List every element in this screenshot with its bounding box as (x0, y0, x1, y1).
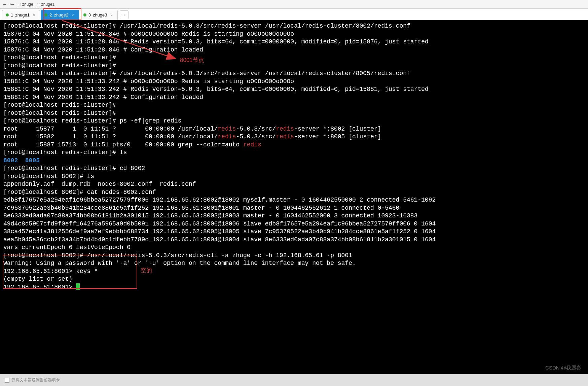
terminal-line: 15876:C 04 Nov 2020 11:51:28.846 # Redis… (3, 38, 585, 46)
tab-zhuge1[interactable]: 1zhuge1× (2, 10, 40, 20)
tab-number: 1 (11, 12, 13, 17)
terminal-line: [root@localhost 8002]# ls (3, 173, 585, 181)
bookmark-icon: ▢ (17, 2, 21, 7)
bookmark-2[interactable]: ▢ zhuge1 (37, 2, 54, 7)
tab-zhuge3[interactable]: 3zhuge3× (80, 10, 118, 20)
terminal-line: 7c95370522ae3b40b941b284cce8861e5af1f252… (3, 204, 585, 212)
terminal-line: root 15887 15713 0 11:51 pts/0 00:00:00 … (3, 141, 585, 149)
terminal-line: [root@localhost redis-cluster]# (3, 101, 585, 109)
toolbar: ↩ ↪ ▢ zhuge ▢ zhuge1 (0, 0, 588, 9)
send-all-checkbox[interactable] (5, 378, 9, 383)
back-icon[interactable]: ↩ (3, 2, 7, 7)
tab-number: 2 (49, 12, 52, 17)
add-tab-button[interactable]: + (120, 10, 128, 19)
terminal-line: [root@localhost redis-cluster]# ls (3, 149, 585, 157)
terminal-line: [root@localhost redis-cluster]# /usr/loc… (3, 70, 585, 78)
terminal-line: [root@localhost redis-cluster]# /usr/loc… (3, 22, 585, 30)
terminal-line: 15881:C 04 Nov 2020 11:51:33.242 # Redis… (3, 85, 585, 94)
terminal-line: root 15877 1 0 11:51 ? 00:00:00 /usr/loc… (3, 125, 585, 133)
bookmark-1[interactable]: ▢ zhuge (17, 2, 33, 7)
terminal-line: Warning: Using a password with '-a' or '… (3, 259, 585, 268)
terminal-line: appendonly.aof dump.rdb nodes-8002.conf … (3, 180, 585, 188)
terminal-line: root 15882 1 0 11:51 ? 00:00:00 /usr/loc… (3, 133, 585, 141)
cursor (76, 283, 80, 290)
tab-bar: 1zhuge1×2zhuge2×3zhuge3×+ (0, 9, 588, 20)
terminal-line: 192.168.65.61:8001> keys * (3, 268, 585, 276)
terminal-line: aea5b045a36ccb2f3a34b7bd4b49b1dfebb7789c… (3, 236, 585, 244)
bookmark-label: zhuge (22, 2, 33, 7)
status-bar: 仅将文本发送到当前选项卡 (0, 374, 588, 386)
tab-zhuge2[interactable]: 2zhuge2× (41, 10, 79, 20)
terminal-line: [root@localhost redis-cluster]# (3, 54, 585, 62)
terminal-line: 15876:C 04 Nov 2020 11:51:28.846 # oO0Oo… (3, 30, 585, 38)
status-dot-icon (83, 13, 86, 16)
tab-number: 3 (88, 12, 91, 17)
terminal-line: 38ca457ec41a3812556def9aa7ef9ebbbb688734… (3, 228, 585, 236)
tab-label: zhuge3 (93, 12, 107, 17)
close-icon[interactable]: × (72, 13, 74, 17)
terminal-line: [root@localhost redis-cluster]# cd 8002 (3, 165, 585, 173)
forward-icon[interactable]: ↪ (10, 2, 14, 7)
terminal-line: [root@localhost redis-cluster]# ps -ef|g… (3, 117, 585, 125)
close-icon[interactable]: × (111, 13, 113, 17)
terminal-line: 49d4c8d5907cfd9f0eff164276a5965a9d0b5091… (3, 220, 585, 228)
status-dot-icon (6, 13, 9, 16)
terminal-line: 15881:C 04 Nov 2020 11:51:33.242 # Confi… (3, 94, 585, 102)
terminal-line: vars currentEpoch 6 lastVoteEpoch 0 (3, 244, 585, 252)
terminal[interactable]: [root@localhost redis-cluster]# /usr/loc… (0, 20, 588, 374)
terminal-line: [root@localhost redis-cluster]# (3, 109, 585, 117)
terminal-line: 15876:C 04 Nov 2020 11:51:28.846 # Confi… (3, 46, 585, 54)
terminal-line: 192.168.65.61:8001> (3, 283, 585, 291)
status-bar-label: 仅将文本发送到当前选项卡 (11, 377, 60, 383)
tab-label: zhuge1 (15, 12, 30, 17)
terminal-line: 8002 8005 (3, 157, 585, 165)
bookmark-icon: ▢ (37, 2, 40, 7)
terminal-line: 15881:C 04 Nov 2020 11:51:33.242 # oO0Oo… (3, 78, 585, 86)
terminal-line: [root@localhost 8002]# /usr/local/redis-… (3, 252, 585, 260)
terminal-line: [root@localhost 8002]# cat nodes-8002.co… (3, 188, 585, 197)
tab-label: zhuge2 (54, 12, 69, 17)
status-dot-icon (44, 13, 47, 16)
terminal-line: [root@localhost redis-cluster]# (3, 62, 585, 70)
close-icon[interactable]: × (33, 13, 35, 17)
terminal-line: edb8f17657e5a294eaf1c96bbea52727579ff006… (3, 196, 585, 204)
bookmark-label: zhuge1 (41, 2, 54, 7)
terminal-line: 8e6333ed0ada07c88a374bb08b61811b2a301015… (3, 212, 585, 220)
terminal-line: (empty list or set) (3, 275, 585, 283)
